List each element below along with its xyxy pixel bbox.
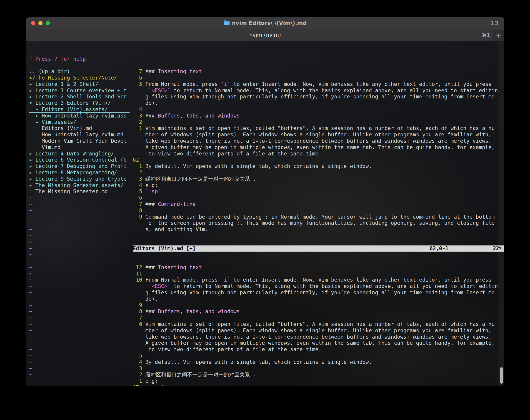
inline-code: `<ESC>` [148, 283, 170, 289]
buffer-line[interactable]: 5`:sp` [133, 188, 504, 195]
buffer-line[interactable]: 6 [133, 195, 504, 201]
empty-line-tilde: ~ [29, 302, 130, 309]
empty-line-tilde: ~ [29, 321, 130, 328]
buffer-line[interactable]: 9 [133, 302, 504, 309]
buffer-line[interactable]: 11 [133, 271, 504, 277]
buffer-line[interactable]: 6 [133, 75, 504, 81]
tree-file-item[interactable]: Modern Vim Craft Your Devel [29, 138, 130, 144]
buffer-line[interactable]: like web browsers, there is not a 1-to-1… [133, 334, 504, 340]
tree-row: " Press ? for help [29, 56, 130, 62]
vim-splits: " Press ? for help.. (up a dir)</The_Mis… [29, 56, 504, 386]
tree-file-item[interactable]: Vim.md [29, 144, 130, 151]
buffer-line[interactable]: 8 [133, 207, 504, 214]
buffer-line[interactable]: 7### Command-line [133, 201, 504, 207]
zoom-button[interactable] [46, 21, 50, 25]
tree-directory-item[interactable]: ▸ Lecture 9 Security and Crypto [29, 176, 130, 182]
empty-line-tilde: ~ [29, 252, 130, 258]
tree-file-item[interactable]: Editors (Vim).md [29, 125, 130, 131]
buffer-line[interactable]: 5From Normal mode, press `i` to enter In… [133, 81, 504, 87]
buffer-line[interactable]: 62 [133, 157, 504, 163]
empty-line-tilde: ~ [29, 340, 130, 346]
buffer-line[interactable]: of the screen upon pressing :. This mode… [133, 220, 504, 226]
tree-directory-item[interactable]: ▸ Lecture 1 Course overview + t [29, 87, 130, 94]
buffer-line[interactable]: 7 [133, 315, 504, 321]
buffer-line[interactable]: 8### Buffers, tabs, and windows [133, 308, 504, 315]
buffer-line[interactable]: 7### Inserting text [133, 68, 504, 75]
buffer-line[interactable]: 2缓冲区和窗口之间不一定是一对一的对应关系 . [133, 372, 504, 378]
line-number: 4 [133, 182, 142, 189]
empty-line-tilde: ~ [29, 334, 130, 340]
editor-column: 7### Inserting text65From Normal mode, p… [133, 56, 504, 386]
empty-line-tilde: ~ [29, 290, 130, 296]
close-button[interactable] [31, 21, 35, 25]
buffer-line[interactable]: 5 [133, 353, 504, 359]
tree-directory-item[interactable]: ▸ Lecture 8 Metaprogramming/ [29, 170, 130, 176]
buffer-line[interactable]: 12### Inserting text [133, 264, 504, 271]
body-text: By default, Vim opens with a single tab,… [145, 163, 372, 169]
tree-directory-item[interactable]: ▸ Lecture 4 Data Wrangling/ [29, 151, 130, 157]
buffer-line[interactable]: to view two different parts of a file at… [133, 151, 504, 157]
tree-directory-item[interactable]: ▾ Editors (Vim).assets/ [29, 106, 130, 113]
buffer-line[interactable]: 1Vim maintains a set of open files, call… [133, 125, 504, 131]
traffic-lights [31, 17, 50, 29]
line-number: 3 [133, 176, 142, 182]
line-number: 2 [133, 119, 142, 125]
buffer-line[interactable]: mber of windows (split panes). Each wind… [133, 328, 504, 334]
buffer-line[interactable]: to view two different parts of a file at… [133, 346, 504, 353]
buffer-line[interactable]: 6Vim maintains a set of open files, call… [133, 321, 504, 328]
tree-row [29, 62, 130, 68]
tree-file-item[interactable]: How uninstall lazy.nvim.md [29, 131, 130, 138]
buffer-line[interactable]: `<ESC>` to return to Normal mode. This, … [133, 283, 504, 290]
tree-row: </The_Missing_Semester/Note/ [29, 75, 130, 81]
buffer-line[interactable]: `<ESC>` to return to Normal mode. This, … [133, 87, 504, 94]
empty-line-tilde: ~ [29, 220, 130, 226]
tab-nvim[interactable]: nvim (nvim) [249, 32, 281, 38]
buffer-line[interactable]: g files using Vim (though not particular… [133, 94, 504, 100]
buffer-line[interactable]: 3 [133, 365, 504, 372]
scrollbar-thumb[interactable] [500, 367, 503, 384]
body-text: A given buffer may be open in multiple w… [145, 340, 495, 346]
buffer-line[interactable]: s, and quitting Vim. [133, 226, 504, 233]
buffer-line[interactable]: 67 `:sp` [133, 384, 504, 386]
scrollbar-track[interactable] [498, 41, 504, 386]
buffer-line[interactable]: 1e.g: [133, 378, 504, 384]
vertical-split-separator[interactable] [130, 56, 133, 386]
buffer-line[interactable]: 3### Buffers, tabs, and windows [133, 113, 504, 119]
buffer-line[interactable]: like web browsers, there is not a 1-to-1… [133, 138, 504, 144]
tree-directory-item[interactable]: ▸ Lecture 7 Debugging and Profi [29, 163, 130, 170]
buffer-line[interactable]: A given buffer may be open in multiple w… [133, 340, 504, 346]
body-text: ### [145, 68, 158, 74]
buffer-line[interactable]: mber of windows (split panes). Each wind… [133, 131, 504, 138]
tree-file-item[interactable]: The Missing Semester.md [29, 188, 130, 195]
body-text: 缓冲区和窗口之间不一定是一对一的对应关系 . [145, 372, 256, 377]
buffer-line[interactable]: 1By default, Vim opens with a single tab… [133, 163, 504, 170]
buffer-line[interactable]: 4e.g: [133, 182, 504, 189]
buffer-line[interactable]: 4By default, Vim opens with a single tab… [133, 359, 504, 365]
tree-directory-item[interactable]: ▾ Lecture 3 Editors (Vim)/ [29, 100, 130, 106]
inline-code: `i` [221, 277, 230, 283]
buffer-line[interactable]: A given buffer may be open in multiple w… [133, 144, 504, 151]
tree-directory-item[interactable]: ▸ Lecture 2 Shell Tools and Scr [29, 94, 130, 100]
empty-line-tilde: ~ [29, 271, 130, 277]
buffer-line[interactable]: 3缓冲区和窗口之间不一定是一对一的对应关系 . [133, 176, 504, 182]
tree-directory-item[interactable]: ▸ Vim.assets/ [29, 119, 130, 125]
tree-directory-item[interactable]: ▸ How uninstall lazy.nvim.ass [29, 113, 130, 119]
buffer-line[interactable]: 2 [133, 170, 504, 176]
buffer-line[interactable]: g files using Vim (though not particular… [133, 290, 504, 296]
new-tab-button[interactable]: + [493, 30, 504, 41]
buffer-line[interactable]: 9Command mode can be entered by typing :… [133, 214, 504, 220]
buffer-line[interactable]: de). [133, 296, 504, 302]
body-text: Command mode can be entered by typing : … [145, 214, 495, 220]
body-text: to enter Insert mode. Now, Vim behaves l… [230, 277, 491, 283]
line-number: 62 [133, 157, 142, 163]
tree-directory-item[interactable]: ▸ The Missing Semester.assets/ [29, 182, 130, 189]
buffer-line[interactable]: 2 [133, 119, 504, 125]
minimize-button[interactable] [38, 21, 43, 25]
tree-up-dir[interactable]: .. (up a dir) [29, 68, 130, 75]
buffer-line[interactable]: de). [133, 100, 504, 106]
line-number: 2 [133, 170, 142, 176]
buffer-line[interactable]: 4 [133, 106, 504, 113]
buffer-line[interactable]: 10From Normal mode, press `i` to enter I… [133, 277, 504, 283]
tree-directory-item[interactable]: ▸ Lecture 1 & 2 Shell/ [29, 81, 130, 87]
tree-directory-item[interactable]: ▸ Lecture 6 Version Controal (G [29, 157, 130, 163]
